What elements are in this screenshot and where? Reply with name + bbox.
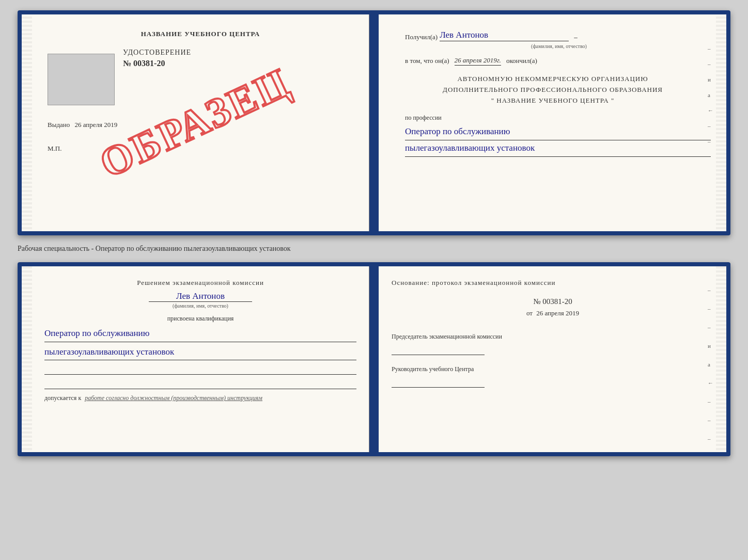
org-line2: ДОПОЛНИТЕЛЬНОГО ПРОФЕССИОНАЛЬНОГО ОБРАЗО… bbox=[405, 85, 700, 95]
protocol-date: от 26 апреля 2019 bbox=[392, 309, 714, 317]
separator-text: Рабочая специальность - Оператор по обсл… bbox=[18, 241, 730, 257]
issued-line: Выдано 26 апреля 2019 bbox=[48, 121, 353, 129]
blank-line-1 bbox=[44, 364, 356, 375]
profession-line2: пылегазоулавливающих установок bbox=[405, 140, 711, 157]
qual-line1: Оператор по обслуживанию bbox=[44, 326, 356, 342]
commission-assigned: присвоена квалификация bbox=[44, 315, 356, 323]
issued-label: Выдано bbox=[48, 121, 70, 129]
photo-placeholder bbox=[48, 54, 115, 105]
org-line3: " НАЗВАНИЕ УЧЕБНОГО ЦЕНТРА " bbox=[405, 95, 700, 106]
bottom-document: Решением экзаменационной комиссии Лев Ан… bbox=[18, 262, 730, 456]
допускается-label: допускается к bbox=[44, 394, 81, 402]
допускается-line: допускается к работе согласно должностны… bbox=[44, 394, 356, 402]
rukov-label: Руководитель учебного Центра bbox=[392, 365, 714, 373]
top-left-title: НАЗВАНИЕ УЧЕБНОГО ЦЕНТРА bbox=[48, 30, 353, 38]
commission-header: Решением экзаменационной комиссии bbox=[44, 279, 356, 287]
protocol-date-value: 26 апреля 2019 bbox=[536, 309, 579, 317]
commission-name: Лев Антонов bbox=[149, 291, 252, 302]
right-edge-marks-bottom: – – – и а ← – – – bbox=[708, 287, 713, 442]
received-label: Получил(а) bbox=[405, 33, 438, 41]
bottom-spine bbox=[369, 266, 379, 452]
blank-line-2 bbox=[44, 379, 356, 389]
protocol-date-prefix: от bbox=[526, 309, 533, 317]
допускается-value: работе согласно должностным (производств… bbox=[85, 394, 262, 402]
profession-line1: Оператор по обслуживанию bbox=[405, 124, 711, 140]
cert-text-block: УДОСТОВЕРЕНИЕ № 00381-20 bbox=[123, 49, 191, 72]
spine bbox=[369, 14, 379, 231]
bottom-name-wrapper: Лев Антонов bbox=[44, 291, 356, 303]
top-document: НАЗВАНИЕ УЧЕБНОГО ЦЕНТРА УДОСТОВЕРЕНИЕ №… bbox=[18, 10, 730, 235]
rukov-signature-line bbox=[392, 375, 485, 388]
date-value: 26 апреля 2019г. bbox=[455, 56, 501, 66]
issued-date: 26 апреля 2019 bbox=[75, 121, 118, 129]
org-block: АВТОНОМНУЮ НЕКОММЕРЧЕСКУЮ ОРГАНИЗАЦИЮ ДО… bbox=[405, 74, 700, 106]
name-subtitle: (фамилия, имя, отчество) bbox=[407, 43, 711, 49]
cert-top-row: УДОСТОВЕРЕНИЕ № 00381-20 bbox=[37, 49, 353, 110]
protocol-number: № 00381-20 bbox=[392, 297, 714, 306]
recipient-name: Лев Антонов bbox=[440, 30, 569, 41]
dash: – bbox=[574, 33, 578, 41]
bottom-left-content: Решением экзаменационной комиссии Лев Ан… bbox=[44, 279, 356, 402]
chairman-label: Председатель экзаменационной комиссии bbox=[392, 333, 714, 341]
commission-name-sub: (фамилия, имя, отчество) bbox=[44, 303, 356, 309]
top-left-page: НАЗВАНИЕ УЧЕБНОГО ЦЕНТРА УДОСТОВЕРЕНИЕ №… bbox=[22, 14, 370, 231]
osnov-header: Основание: протокол экзаменационной коми… bbox=[392, 279, 714, 287]
bottom-left-page: Решением экзаменационной комиссии Лев Ан… bbox=[22, 266, 370, 452]
cert-label: УДОСТОВЕРЕНИЕ bbox=[123, 49, 191, 57]
qual-line2: пылегазоулавливающих установок bbox=[44, 344, 356, 361]
chairman-signature-line bbox=[392, 343, 485, 355]
date-suffix: окончил(а) bbox=[506, 57, 537, 65]
top-right-page: Получил(а) Лев Антонов – (фамилия, имя, … bbox=[379, 14, 726, 231]
date-prefix: в том, что он(а) bbox=[405, 57, 449, 65]
org-line1: АВТОНОМНУЮ НЕКОММЕРЧЕСКУЮ ОРГАНИЗАЦИЮ bbox=[405, 74, 700, 85]
date-line: в том, что он(а) 26 апреля 2019г. окончи… bbox=[405, 56, 711, 66]
recipient-line: Получил(а) Лев Антонов – bbox=[405, 30, 711, 41]
bottom-right-page: Основание: протокол экзаменационной коми… bbox=[379, 266, 726, 452]
cert-number: № 00381-20 bbox=[123, 59, 191, 68]
right-edge-marks: – – и а ← – – bbox=[708, 45, 713, 145]
profession-label: по профессии bbox=[405, 114, 711, 122]
mp-line: М.П. bbox=[48, 145, 353, 153]
